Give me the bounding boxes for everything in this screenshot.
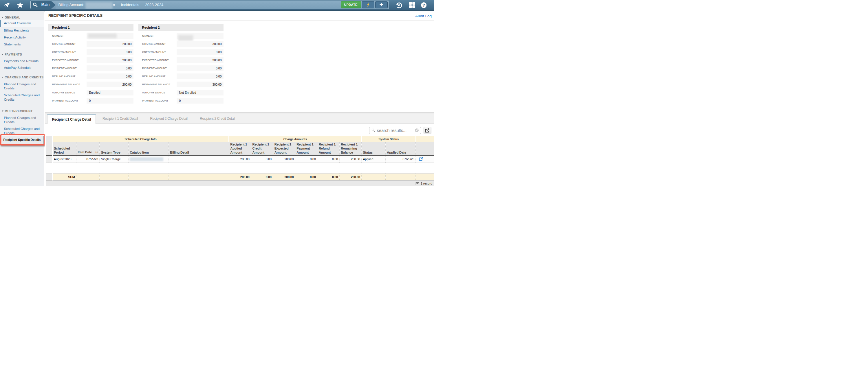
svg-text:?: ? xyxy=(423,2,425,7)
